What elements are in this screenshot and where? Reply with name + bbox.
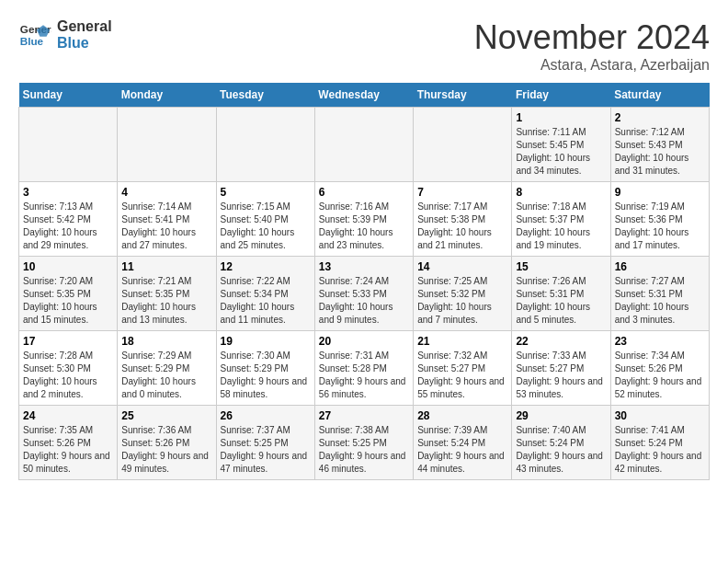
day-number: 13 [319, 260, 409, 273]
week-row-3: 10Sunrise: 7:20 AM Sunset: 5:35 PM Dayli… [19, 257, 710, 331]
weekday-header-row: SundayMondayTuesdayWednesdayThursdayFrid… [19, 83, 710, 108]
day-info: Sunrise: 7:38 AM Sunset: 5:25 PM Dayligh… [319, 424, 409, 476]
day-info: Sunrise: 7:25 AM Sunset: 5:32 PM Dayligh… [417, 275, 507, 327]
day-cell: 16Sunrise: 7:27 AM Sunset: 5:31 PM Dayli… [610, 257, 709, 331]
weekday-header-friday: Friday [512, 83, 610, 108]
day-number: 18 [121, 335, 211, 348]
day-cell [118, 108, 216, 182]
day-cell: 22Sunrise: 7:33 AM Sunset: 5:27 PM Dayli… [512, 331, 610, 406]
day-info: Sunrise: 7:15 AM Sunset: 5:40 PM Dayligh… [221, 201, 311, 252]
day-cell: 12Sunrise: 7:22 AM Sunset: 5:34 PM Dayli… [216, 257, 314, 331]
day-number: 12 [221, 260, 311, 273]
day-info: Sunrise: 7:37 AM Sunset: 5:25 PM Dayligh… [221, 424, 311, 476]
day-number: 23 [615, 335, 705, 348]
day-info: Sunrise: 7:35 AM Sunset: 5:26 PM Dayligh… [23, 424, 113, 476]
day-cell: 24Sunrise: 7:35 AM Sunset: 5:26 PM Dayli… [19, 406, 118, 480]
day-info: Sunrise: 7:11 AM Sunset: 5:45 PM Dayligh… [516, 126, 606, 178]
day-cell: 7Sunrise: 7:17 AM Sunset: 5:38 PM Daylig… [414, 182, 512, 257]
day-number: 9 [615, 186, 705, 199]
week-row-2: 3Sunrise: 7:13 AM Sunset: 5:42 PM Daylig… [19, 182, 710, 257]
day-number: 7 [417, 186, 507, 199]
day-number: 29 [516, 409, 606, 422]
day-info: Sunrise: 7:13 AM Sunset: 5:42 PM Dayligh… [23, 201, 113, 252]
day-cell: 9Sunrise: 7:19 AM Sunset: 5:36 PM Daylig… [610, 182, 709, 257]
day-info: Sunrise: 7:21 AM Sunset: 5:35 PM Dayligh… [121, 275, 211, 327]
day-cell: 28Sunrise: 7:39 AM Sunset: 5:24 PM Dayli… [414, 406, 512, 480]
week-row-4: 17Sunrise: 7:28 AM Sunset: 5:30 PM Dayli… [19, 331, 710, 406]
day-info: Sunrise: 7:29 AM Sunset: 5:29 PM Dayligh… [121, 350, 211, 401]
day-number: 6 [319, 186, 409, 199]
day-cell: 11Sunrise: 7:21 AM Sunset: 5:35 PM Dayli… [118, 257, 216, 331]
day-cell [19, 108, 118, 182]
day-cell: 10Sunrise: 7:20 AM Sunset: 5:35 PM Dayli… [19, 257, 118, 331]
day-info: Sunrise: 7:41 AM Sunset: 5:24 PM Dayligh… [615, 424, 705, 476]
day-cell [314, 108, 413, 182]
title-block: November 2024 Astara, Astara, Azerbaijan [474, 18, 710, 74]
day-info: Sunrise: 7:27 AM Sunset: 5:31 PM Dayligh… [615, 275, 705, 327]
weekday-header-saturday: Saturday [610, 83, 709, 108]
day-number: 19 [221, 335, 311, 348]
day-number: 14 [417, 260, 507, 273]
weekday-header-tuesday: Tuesday [216, 83, 314, 108]
day-number: 30 [615, 409, 705, 422]
day-cell: 5Sunrise: 7:15 AM Sunset: 5:40 PM Daylig… [216, 182, 314, 257]
weekday-header-wednesday: Wednesday [314, 83, 413, 108]
day-cell: 23Sunrise: 7:34 AM Sunset: 5:26 PM Dayli… [610, 331, 709, 406]
day-info: Sunrise: 7:14 AM Sunset: 5:41 PM Dayligh… [121, 201, 211, 252]
day-cell: 18Sunrise: 7:29 AM Sunset: 5:29 PM Dayli… [118, 331, 216, 406]
week-row-5: 24Sunrise: 7:35 AM Sunset: 5:26 PM Dayli… [19, 406, 710, 480]
location: Astara, Astara, Azerbaijan [474, 57, 710, 74]
day-cell: 2Sunrise: 7:12 AM Sunset: 5:43 PM Daylig… [610, 108, 709, 182]
day-cell: 1Sunrise: 7:11 AM Sunset: 5:45 PM Daylig… [512, 108, 610, 182]
weekday-header-sunday: Sunday [19, 83, 118, 108]
day-info: Sunrise: 7:19 AM Sunset: 5:36 PM Dayligh… [615, 201, 705, 252]
day-number: 27 [319, 409, 409, 422]
day-number: 28 [417, 409, 507, 422]
day-number: 24 [23, 409, 113, 422]
page-header: General Blue General Blue November 2024 … [18, 18, 710, 74]
day-cell: 25Sunrise: 7:36 AM Sunset: 5:26 PM Dayli… [118, 406, 216, 480]
day-info: Sunrise: 7:17 AM Sunset: 5:38 PM Dayligh… [417, 201, 507, 252]
day-info: Sunrise: 7:30 AM Sunset: 5:29 PM Dayligh… [221, 350, 311, 401]
week-row-1: 1Sunrise: 7:11 AM Sunset: 5:45 PM Daylig… [19, 108, 710, 182]
day-cell: 15Sunrise: 7:26 AM Sunset: 5:31 PM Dayli… [512, 257, 610, 331]
day-cell [414, 108, 512, 182]
day-info: Sunrise: 7:24 AM Sunset: 5:33 PM Dayligh… [319, 275, 409, 327]
logo-blue: Blue [57, 35, 112, 52]
day-info: Sunrise: 7:22 AM Sunset: 5:34 PM Dayligh… [221, 275, 311, 327]
day-number: 2 [615, 111, 705, 124]
day-cell: 4Sunrise: 7:14 AM Sunset: 5:41 PM Daylig… [118, 182, 216, 257]
day-number: 16 [615, 260, 705, 273]
day-cell: 6Sunrise: 7:16 AM Sunset: 5:39 PM Daylig… [314, 182, 413, 257]
day-cell: 20Sunrise: 7:31 AM Sunset: 5:28 PM Dayli… [314, 331, 413, 406]
day-cell: 14Sunrise: 7:25 AM Sunset: 5:32 PM Dayli… [414, 257, 512, 331]
day-cell: 26Sunrise: 7:37 AM Sunset: 5:25 PM Dayli… [216, 406, 314, 480]
day-info: Sunrise: 7:39 AM Sunset: 5:24 PM Dayligh… [417, 424, 507, 476]
day-cell [216, 108, 314, 182]
day-number: 3 [23, 186, 113, 199]
day-cell: 8Sunrise: 7:18 AM Sunset: 5:37 PM Daylig… [512, 182, 610, 257]
day-info: Sunrise: 7:40 AM Sunset: 5:24 PM Dayligh… [516, 424, 606, 476]
day-cell: 3Sunrise: 7:13 AM Sunset: 5:42 PM Daylig… [19, 182, 118, 257]
day-cell: 27Sunrise: 7:38 AM Sunset: 5:25 PM Dayli… [314, 406, 413, 480]
day-info: Sunrise: 7:31 AM Sunset: 5:28 PM Dayligh… [319, 350, 409, 401]
day-number: 11 [121, 260, 211, 273]
day-info: Sunrise: 7:36 AM Sunset: 5:26 PM Dayligh… [121, 424, 211, 476]
day-number: 22 [516, 335, 606, 348]
day-info: Sunrise: 7:26 AM Sunset: 5:31 PM Dayligh… [516, 275, 606, 327]
calendar-table: SundayMondayTuesdayWednesdayThursdayFrid… [18, 83, 710, 480]
month-title: November 2024 [474, 18, 710, 57]
day-number: 20 [319, 335, 409, 348]
day-info: Sunrise: 7:16 AM Sunset: 5:39 PM Dayligh… [319, 201, 409, 252]
day-cell: 30Sunrise: 7:41 AM Sunset: 5:24 PM Dayli… [610, 406, 709, 480]
day-number: 17 [23, 335, 113, 348]
day-number: 21 [417, 335, 507, 348]
day-info: Sunrise: 7:18 AM Sunset: 5:37 PM Dayligh… [516, 201, 606, 252]
day-number: 8 [516, 186, 606, 199]
logo-icon: General Blue [18, 18, 51, 52]
day-cell: 19Sunrise: 7:30 AM Sunset: 5:29 PM Dayli… [216, 331, 314, 406]
day-info: Sunrise: 7:33 AM Sunset: 5:27 PM Dayligh… [516, 350, 606, 401]
day-info: Sunrise: 7:34 AM Sunset: 5:26 PM Dayligh… [615, 350, 705, 401]
weekday-header-thursday: Thursday [414, 83, 512, 108]
day-cell: 21Sunrise: 7:32 AM Sunset: 5:27 PM Dayli… [414, 331, 512, 406]
